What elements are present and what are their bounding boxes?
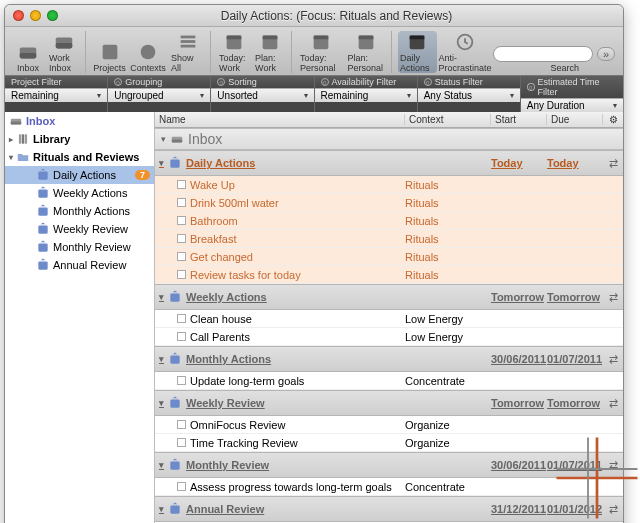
task-context: Concentrate bbox=[405, 375, 491, 387]
project-row[interactable]: ▾Daily ActionsTodayToday⇄ bbox=[155, 150, 623, 176]
sidebar-folder[interactable]: ▾Rituals and Reviews bbox=[5, 148, 154, 166]
toolbar-plan-personal[interactable]: Plan: Personal bbox=[345, 31, 387, 73]
toolbar-daily-actions[interactable]: Daily Actions bbox=[398, 31, 437, 73]
start-date[interactable]: 31/12/2011 bbox=[491, 503, 547, 515]
task-row[interactable]: BathroomRituals bbox=[155, 212, 623, 230]
task-row[interactable]: OmniFocus ReviewOrganize bbox=[155, 416, 623, 434]
sidebar-item[interactable]: Weekly Review bbox=[5, 220, 154, 238]
close-icon[interactable] bbox=[13, 10, 24, 21]
due-date[interactable]: Today bbox=[547, 157, 603, 169]
checkbox[interactable] bbox=[177, 270, 186, 279]
task-row[interactable]: Call ParentsLow Energy bbox=[155, 328, 623, 346]
due-date[interactable]: Tomorrow bbox=[547, 291, 603, 303]
svg-rect-22 bbox=[19, 134, 21, 143]
checkbox[interactable] bbox=[177, 482, 186, 491]
filter-duration-label: ○Estimated Time Filter bbox=[521, 76, 623, 98]
task-row[interactable]: Update long-term goalsConcentrate bbox=[155, 372, 623, 390]
task-row[interactable]: Review tasks for todayRituals bbox=[155, 266, 623, 284]
start-date[interactable]: 30/06/2011 bbox=[491, 353, 547, 365]
toolbar-plan-work[interactable]: Plan: Work bbox=[253, 31, 287, 73]
checkbox[interactable] bbox=[177, 438, 186, 447]
svg-rect-34 bbox=[170, 294, 179, 302]
checkbox[interactable] bbox=[177, 314, 186, 323]
task-row[interactable]: Assess progress towards long-term goalsC… bbox=[155, 478, 623, 496]
window-title: Daily Actions: (Focus: Rituals and Revie… bbox=[58, 9, 615, 23]
repeat-project-icon bbox=[36, 240, 50, 254]
toolbar-show-all[interactable]: Show All bbox=[169, 31, 206, 73]
sidebar-item[interactable]: Annual Review bbox=[5, 256, 154, 274]
col-start[interactable]: Start bbox=[491, 114, 547, 125]
start-date[interactable]: Today bbox=[491, 157, 547, 169]
start-date[interactable]: 30/06/2011 bbox=[491, 459, 547, 471]
due-date[interactable]: 01/07/2011 bbox=[547, 459, 603, 471]
toolbar: Inbox Work Inbox Projects Contexts Show … bbox=[5, 27, 623, 76]
project-row[interactable]: ▾Monthly Review30/06/201101/07/2011⇄ bbox=[155, 452, 623, 478]
projects-icon bbox=[99, 41, 121, 63]
sidebar-inbox[interactable]: Inbox bbox=[5, 112, 154, 130]
checkbox[interactable] bbox=[177, 198, 186, 207]
filter-sorting-label: ○Sorting bbox=[211, 76, 313, 88]
toolbar-contexts[interactable]: Contexts bbox=[129, 41, 167, 73]
search-input[interactable] bbox=[493, 46, 593, 62]
start-date[interactable]: Tomorrow bbox=[491, 291, 547, 303]
filter-status[interactable]: Any Status▾ bbox=[418, 88, 520, 102]
group-inbox[interactable]: ▾Inbox bbox=[155, 128, 623, 150]
library-icon bbox=[16, 132, 30, 146]
project-row[interactable]: ▾Weekly ActionsTomorrowTomorrow⇄ bbox=[155, 284, 623, 310]
project-row[interactable]: ▾Annual Review31/12/201101/01/2012⇄ bbox=[155, 496, 623, 522]
filter-sorting[interactable]: Unsorted▾ bbox=[211, 88, 313, 102]
filter-project[interactable]: Remaining▾ bbox=[5, 88, 107, 102]
toolbar-anti-procrastinate[interactable]: Anti-Procrastinate bbox=[439, 31, 491, 73]
due-date[interactable]: 01/07/2011 bbox=[547, 353, 603, 365]
zoom-icon[interactable] bbox=[47, 10, 58, 21]
filter-duration[interactable]: Any Duration▾ bbox=[521, 98, 623, 112]
toolbar-overflow-button[interactable]: » bbox=[597, 47, 615, 61]
filter-availability[interactable]: Remaining▾ bbox=[315, 88, 417, 102]
col-context[interactable]: Context bbox=[405, 114, 491, 125]
repeat-project-icon bbox=[168, 290, 182, 304]
toolbar-inbox[interactable]: Inbox bbox=[11, 41, 45, 73]
sidebar-item[interactable]: Monthly Actions bbox=[5, 202, 154, 220]
task-context: Rituals bbox=[405, 215, 491, 227]
due-date[interactable]: 01/01/2012 bbox=[547, 503, 603, 515]
checkbox[interactable] bbox=[177, 216, 186, 225]
toolbar-projects[interactable]: Projects bbox=[92, 41, 127, 73]
task-row[interactable]: BreakfastRituals bbox=[155, 230, 623, 248]
task-row[interactable]: Get changedRituals bbox=[155, 248, 623, 266]
checkbox[interactable] bbox=[177, 252, 186, 261]
svg-rect-27 bbox=[38, 208, 47, 216]
sidebar-library[interactable]: ▸Library bbox=[5, 130, 154, 148]
sidebar-item[interactable]: Daily Actions7 bbox=[5, 166, 154, 184]
filter-grouping[interactable]: Ungrouped▾ bbox=[108, 88, 210, 102]
sidebar-item[interactable]: Weekly Actions bbox=[5, 184, 154, 202]
checkbox[interactable] bbox=[177, 234, 186, 243]
inbox-icon bbox=[170, 132, 184, 146]
repeat-icon: ⇄ bbox=[603, 291, 623, 304]
col-due[interactable]: Due bbox=[547, 114, 603, 125]
col-icon[interactable]: ⚙ bbox=[603, 114, 623, 125]
task-context: Rituals bbox=[405, 269, 491, 281]
task-context: Organize bbox=[405, 437, 491, 449]
task-context: Low Energy bbox=[405, 331, 491, 343]
toolbar-today-personal[interactable]: Today: Personal bbox=[298, 31, 343, 73]
task-row[interactable]: Wake UpRituals bbox=[155, 176, 623, 194]
task-row[interactable]: Time Tracking ReviewOrganize bbox=[155, 434, 623, 452]
project-row[interactable]: ▾Weekly ReviewTomorrowTomorrow⇄ bbox=[155, 390, 623, 416]
project-row[interactable]: ▾Monthly Actions30/06/201101/07/2011⇄ bbox=[155, 346, 623, 372]
task-row[interactable]: Drink 500ml waterRituals bbox=[155, 194, 623, 212]
task-context: Rituals bbox=[405, 233, 491, 245]
due-date[interactable]: Tomorrow bbox=[547, 397, 603, 409]
checkbox[interactable] bbox=[177, 180, 186, 189]
checkbox[interactable] bbox=[177, 376, 186, 385]
checkbox[interactable] bbox=[177, 420, 186, 429]
col-name[interactable]: Name bbox=[155, 114, 405, 125]
task-context: Low Energy bbox=[405, 313, 491, 325]
contexts-icon bbox=[137, 41, 159, 63]
start-date[interactable]: Tomorrow bbox=[491, 397, 547, 409]
minimize-icon[interactable] bbox=[30, 10, 41, 21]
checkbox[interactable] bbox=[177, 332, 186, 341]
toolbar-today-work[interactable]: Today: Work bbox=[217, 31, 251, 73]
task-row[interactable]: Clean houseLow Energy bbox=[155, 310, 623, 328]
toolbar-work-inbox[interactable]: Work Inbox bbox=[47, 31, 81, 73]
sidebar-item[interactable]: Monthly Review bbox=[5, 238, 154, 256]
